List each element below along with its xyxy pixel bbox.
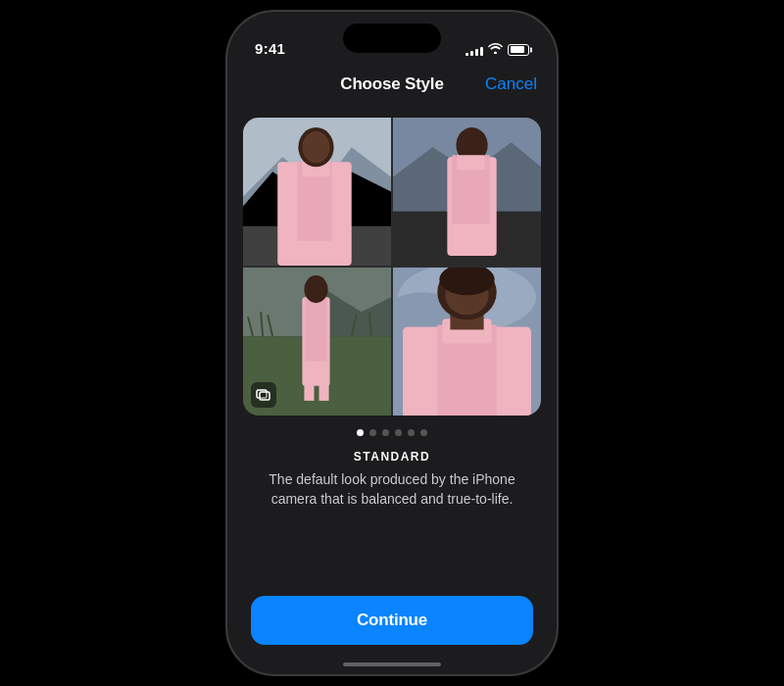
- status-time: 9:41: [255, 40, 285, 57]
- gallery-icon-overlay: [251, 382, 276, 408]
- battery-icon: [508, 44, 529, 56]
- photo-cell-1: [243, 118, 391, 266]
- signal-bar-1: [466, 53, 468, 56]
- page-dot-6: [420, 429, 427, 436]
- content-area: STANDARD The default look produced by th…: [227, 106, 557, 674]
- signal-bar-3: [475, 49, 478, 56]
- gallery-icon: [256, 387, 271, 403]
- battery-fill: [511, 46, 524, 53]
- style-name: STANDARD: [354, 450, 430, 464]
- nav-title: Choose Style: [340, 74, 443, 94]
- phone-frame: 9:41: [225, 10, 559, 676]
- page-dot-1: [357, 429, 364, 436]
- page-dot-3: [382, 429, 389, 436]
- nav-bar: Choose Style Cancel: [227, 63, 557, 106]
- svg-rect-25: [305, 297, 326, 361]
- svg-point-8: [302, 131, 329, 163]
- photo-grid: [243, 118, 541, 416]
- page-indicators: [357, 429, 427, 436]
- cancel-button[interactable]: Cancel: [485, 74, 537, 94]
- page-dot-5: [408, 429, 415, 436]
- signal-bar-4: [480, 47, 483, 56]
- page-dot-4: [395, 429, 402, 436]
- style-description: The default look produced by the iPhone …: [243, 469, 541, 510]
- status-icons: [466, 42, 529, 57]
- svg-rect-27: [304, 376, 314, 401]
- signal-bar-2: [470, 51, 473, 56]
- svg-rect-28: [319, 376, 329, 401]
- svg-point-26: [304, 275, 327, 303]
- signal-bars-icon: [466, 44, 483, 56]
- photo-cell-4: [393, 268, 541, 416]
- page-dot-2: [369, 429, 376, 436]
- photo-cell-3: [243, 268, 391, 416]
- home-indicator: [343, 662, 441, 666]
- svg-rect-30: [260, 392, 270, 400]
- svg-rect-15: [457, 155, 484, 170]
- wifi-icon: [488, 42, 503, 57]
- dynamic-island: [343, 24, 441, 53]
- photo-cell-2: [393, 118, 541, 266]
- screen: 9:41: [227, 12, 557, 674]
- continue-button[interactable]: Continue: [251, 596, 533, 645]
